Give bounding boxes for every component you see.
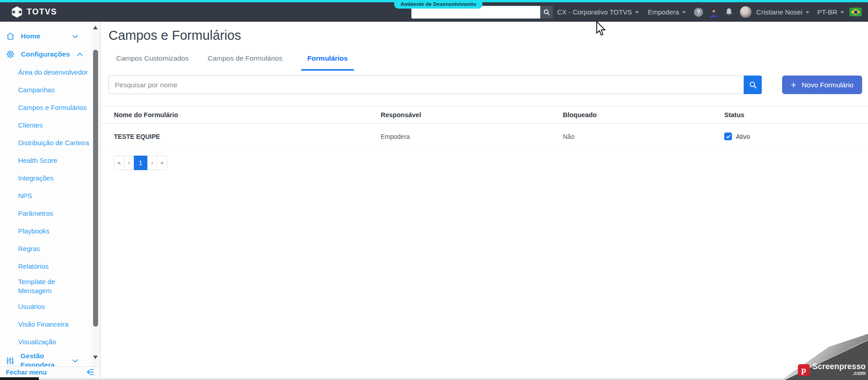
main-content: Campos e Formulários Campos Customizados… bbox=[101, 22, 868, 380]
gear-icon bbox=[6, 50, 15, 59]
totvs-brand[interactable]: TOTVS bbox=[11, 6, 57, 18]
sidebar-item-integracoes[interactable]: Integrações bbox=[0, 169, 100, 187]
tab-campos-de-formularios[interactable]: Campos de Formulários bbox=[207, 52, 283, 71]
sidebar-item-label: Template de Mensagem bbox=[18, 277, 79, 295]
search-icon bbox=[749, 81, 757, 89]
screenpresso-logo-icon: p bbox=[798, 364, 810, 376]
sidebar-item-nps[interactable]: NPS bbox=[0, 187, 100, 204]
brand-name: TOTVS bbox=[27, 7, 57, 17]
help-icon[interactable]: ? bbox=[694, 8, 703, 17]
chevron-down-icon bbox=[682, 11, 686, 14]
watermark-suffix: .com bbox=[853, 370, 866, 377]
navbar-right-group: CX - Corporativo TOTVS Empodera ? Cristi… bbox=[557, 2, 862, 22]
column-header-bloqueado: Bloqueado bbox=[563, 111, 724, 119]
home-icon bbox=[6, 32, 15, 41]
scrollbar-thumb[interactable] bbox=[93, 50, 98, 327]
sidebar-item-label: Configurações bbox=[21, 50, 70, 58]
sidebar-item-label: Regras bbox=[18, 245, 40, 252]
tab-bar: Campos Customizados Campos de Formulário… bbox=[116, 52, 354, 71]
sidebar-item-visualizacao[interactable]: Visualização bbox=[0, 333, 100, 351]
watermark-label: p Screenpresso .com bbox=[798, 363, 866, 377]
language-menu[interactable]: PT-BR bbox=[817, 8, 844, 16]
pagination-first-button[interactable]: « bbox=[114, 156, 124, 170]
sidebar-item-label: Campos e Formulários bbox=[18, 104, 87, 111]
sidebar-item-configuracoes[interactable]: Configurações bbox=[0, 45, 100, 63]
sidebar-item-playbooks[interactable]: Playbooks bbox=[0, 222, 100, 240]
sidebar-nav: Home Configurações Área do desenvolvedor… bbox=[0, 22, 100, 366]
pagination: « ‹ 1 › » bbox=[114, 156, 167, 170]
sidebar-item-label: Campanhas bbox=[18, 86, 55, 94]
pagination-next-button[interactable]: › bbox=[147, 156, 157, 170]
user-menu[interactable]: Cristiane Nosei bbox=[756, 8, 809, 16]
chevron-down-icon bbox=[806, 11, 809, 14]
sidebar-item-clientes[interactable]: Clientes bbox=[0, 116, 100, 134]
new-form-button-label: Novo Formulário bbox=[802, 81, 854, 89]
sidebar-item-campos-e-formularios[interactable]: Campos e Formulários bbox=[0, 99, 100, 116]
help-glyph: ? bbox=[697, 9, 700, 15]
product-menu[interactable]: Empodera bbox=[648, 8, 686, 16]
sidebar-item-home[interactable]: Home bbox=[0, 27, 100, 45]
cell-responsible: Empodera bbox=[381, 133, 563, 140]
pagination-prev-button[interactable]: ‹ bbox=[124, 156, 134, 170]
sidebar-item-template-de-mensagem[interactable]: Template de Mensagem bbox=[0, 275, 100, 298]
form-search-input[interactable] bbox=[108, 76, 744, 94]
sidebar-scrollbar[interactable] bbox=[92, 22, 99, 366]
chevron-down-icon[interactable] bbox=[71, 357, 79, 365]
sidebar-item-label: Playbooks bbox=[18, 227, 49, 235]
table-row[interactable]: TESTE EQUIPE Empodera Não Ativo bbox=[101, 124, 868, 150]
chevron-down-icon bbox=[840, 11, 844, 14]
global-search-button[interactable] bbox=[540, 6, 553, 19]
pagination-last-button[interactable]: » bbox=[157, 156, 167, 170]
sidebar-item-label: Home bbox=[21, 32, 40, 40]
close-menu-bar[interactable]: Fechar menu bbox=[0, 366, 100, 377]
sidebar-item-gestao-empodera[interactable]: Gestão Empodera bbox=[0, 351, 100, 366]
company-menu-label: CX - Corporativo TOTVS bbox=[557, 8, 632, 16]
bottom-edge-line bbox=[0, 379, 868, 380]
search-icon bbox=[543, 9, 550, 16]
form-search-button[interactable] bbox=[744, 76, 762, 94]
status-checkbox[interactable] bbox=[724, 133, 732, 140]
company-menu[interactable]: CX - Corporativo TOTVS bbox=[557, 8, 639, 16]
cell-form-name[interactable]: TESTE EQUIPE bbox=[114, 133, 381, 140]
table-header: Nome do Formulário Responsável Bloqueado… bbox=[101, 106, 868, 124]
sidebar-item-usuarios[interactable]: Usuários bbox=[0, 298, 100, 315]
chevron-down-icon[interactable] bbox=[71, 33, 79, 40]
column-header-responsavel: Responsável bbox=[381, 111, 563, 119]
column-header-nome: Nome do Formulário bbox=[114, 111, 381, 119]
sidebar-item-label: Área do desenvolvedor bbox=[18, 68, 88, 76]
sidebar-item-label: Parâmetros bbox=[18, 209, 53, 217]
environment-badge: Ambiente de Desenvolvimento bbox=[394, 0, 482, 9]
sidebar-item-distribuicao-de-carteira[interactable]: Distribuição de Carteira bbox=[0, 134, 100, 152]
sidebar-item-label: Usuários bbox=[18, 303, 45, 310]
chevron-up-icon[interactable] bbox=[76, 51, 84, 58]
product-menu-label: Empodera bbox=[648, 8, 679, 16]
pagination-page-1-button[interactable]: 1 bbox=[134, 156, 147, 170]
user-thumbnail-icon[interactable] bbox=[709, 7, 718, 17]
notifications-bell-icon[interactable] bbox=[725, 7, 733, 17]
new-form-button[interactable]: + Novo Formulário bbox=[782, 76, 862, 94]
sidebar-item-campanhas[interactable]: Campanhas bbox=[0, 81, 100, 99]
close-menu-label: Fechar menu bbox=[6, 369, 47, 376]
scroll-up-arrow-icon[interactable] bbox=[93, 26, 98, 29]
sidebar-item-label: Health Score bbox=[18, 157, 57, 164]
tab-formularios[interactable]: Formulários bbox=[301, 52, 354, 71]
sidebar-item-health-score[interactable]: Health Score bbox=[0, 152, 100, 169]
sidebar-item-label: Gestão Empodera bbox=[20, 352, 62, 366]
collapse-menu-icon[interactable] bbox=[85, 368, 94, 376]
chevron-down-icon bbox=[635, 11, 639, 14]
column-header-status: Status bbox=[724, 111, 868, 119]
tab-campos-customizados[interactable]: Campos Customizados bbox=[116, 52, 189, 71]
sidebar-item-regras[interactable]: Regras bbox=[0, 240, 100, 257]
sidebar-item-label: Clientes bbox=[18, 121, 42, 129]
mouse-cursor bbox=[596, 21, 608, 38]
sidebar-item-label: Relatórios bbox=[18, 262, 49, 270]
check-icon bbox=[726, 134, 731, 139]
sidebar-item-label: Visualização bbox=[18, 338, 56, 346]
scroll-down-arrow-icon[interactable] bbox=[93, 356, 98, 359]
user-avatar[interactable] bbox=[740, 6, 752, 18]
cell-blocked: Não bbox=[563, 133, 724, 140]
sidebar-item-relatorios[interactable]: Relatórios bbox=[0, 257, 100, 275]
sidebar-item-area-do-desenvolvedor[interactable]: Área do desenvolvedor bbox=[0, 63, 100, 81]
sidebar-item-parametros[interactable]: Parâmetros bbox=[0, 204, 100, 222]
sidebar-item-visao-financeira[interactable]: Visão Financeira bbox=[0, 315, 100, 333]
